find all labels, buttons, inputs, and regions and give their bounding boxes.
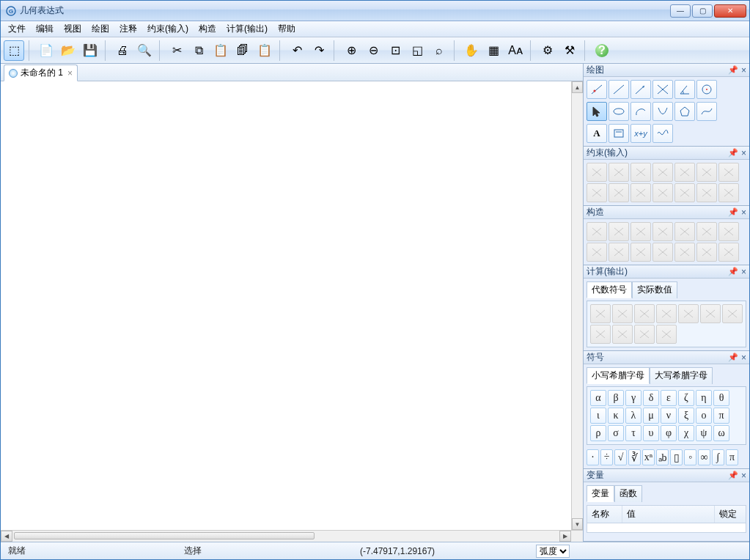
construct-tool-10[interactable] — [652, 243, 673, 262]
copy-image[interactable]: 🗐 — [232, 40, 253, 61]
cut[interactable]: ✂ — [166, 40, 187, 61]
construct-tool-8[interactable] — [609, 243, 629, 262]
symbol-λ[interactable]: λ — [625, 408, 641, 424]
panel-constraint-header[interactable]: 约束(输入) 📌 × — [584, 147, 749, 160]
tab-upper-greek[interactable]: 大写希腊字母 — [650, 367, 713, 384]
menu-约束(输入)[interactable]: 约束(输入) — [143, 21, 193, 37]
symbol-φ[interactable]: φ — [661, 425, 677, 441]
vscroll-track[interactable] — [572, 93, 583, 518]
zoom-region[interactable]: ⊡ — [385, 40, 405, 61]
symbol-ζ[interactable]: ζ — [678, 390, 694, 406]
op-√[interactable]: √ — [614, 449, 627, 465]
construct-tool-7[interactable] — [587, 243, 607, 262]
panel-close-icon[interactable]: × — [741, 148, 746, 158]
menu-计算(输出)[interactable]: 计算(输出) — [222, 21, 272, 37]
draw-ellipse-tool[interactable] — [609, 102, 629, 121]
constraint-tool-12[interactable] — [696, 183, 717, 202]
hscroll-thumb[interactable] — [14, 532, 315, 539]
compute-tool-1[interactable] — [612, 304, 633, 323]
panel-close-icon[interactable]: × — [741, 267, 746, 277]
construct-tool-3[interactable] — [652, 222, 673, 241]
construct-tool-2[interactable] — [630, 222, 651, 241]
symbol-ν[interactable]: ν — [661, 408, 677, 424]
symbol-η[interactable]: η — [696, 390, 712, 406]
compute-tool-3[interactable] — [656, 304, 677, 323]
construct-tool-11[interactable] — [674, 243, 695, 262]
tab-lower-greek[interactable]: 小写希腊字母 — [587, 367, 650, 384]
symbol-ε[interactable]: ε — [661, 390, 677, 406]
save-file[interactable]: 💾 — [80, 40, 100, 61]
close-button[interactable]: ✕ — [714, 4, 746, 18]
construct-tool-4[interactable] — [674, 222, 695, 241]
draw-arc-tool[interactable] — [630, 102, 651, 121]
tab-variables[interactable]: 变量 — [587, 485, 614, 502]
op-ₐb[interactable]: ₐb — [656, 449, 669, 465]
settings[interactable]: ⚙ — [537, 40, 558, 61]
zoom-actual[interactable]: ⌕ — [429, 40, 449, 61]
draw-circle-tool[interactable] — [696, 80, 717, 99]
vertical-scrollbar[interactable]: ▲ ▼ — [571, 81, 583, 530]
undo[interactable]: ↶ — [287, 40, 307, 61]
pin-icon[interactable]: 📌 — [728, 148, 738, 158]
op-∫[interactable]: ∫ — [712, 449, 724, 465]
panel-draw-header[interactable]: 绘图 📌 × — [584, 64, 749, 77]
scroll-up-icon[interactable]: ▲ — [572, 81, 583, 93]
compute-tool-6[interactable] — [722, 304, 743, 323]
draw-polygon-tool[interactable] — [674, 102, 695, 121]
panel-close-icon[interactable]: × — [741, 207, 746, 218]
compute-tool-2[interactable] — [634, 304, 655, 323]
constraint-tool-3[interactable] — [652, 163, 673, 182]
print-preview[interactable]: 🔍 — [134, 40, 155, 61]
op-∞[interactable]: ∞ — [698, 449, 710, 465]
symbol-ι[interactable]: ι — [590, 408, 606, 424]
constraint-tool-13[interactable] — [718, 183, 739, 202]
pin-icon[interactable]: 📌 — [728, 207, 738, 217]
constraint-tool-5[interactable] — [696, 163, 717, 182]
symbol-β[interactable]: β — [608, 390, 624, 406]
construct-tool-5[interactable] — [696, 222, 717, 241]
panel-variables-header[interactable]: 变量 📌 × — [584, 469, 749, 482]
select-tool[interactable]: ⬚ — [4, 40, 24, 61]
constraint-tool-2[interactable] — [630, 163, 651, 182]
menu-编辑[interactable]: 编辑 — [32, 21, 58, 37]
angle-mode-select[interactable]: 弧度度 — [536, 545, 570, 558]
expression-tool[interactable]: x+y — [630, 124, 651, 143]
symbol-γ[interactable]: γ — [625, 390, 641, 406]
draw-curve-tool[interactable] — [696, 102, 717, 121]
menu-构造[interactable]: 构造 — [194, 21, 221, 37]
symbol-υ[interactable]: υ — [643, 425, 659, 441]
constraint-tool-6[interactable] — [718, 163, 739, 182]
tab-close-icon[interactable]: × — [66, 68, 74, 78]
annotation-tool[interactable] — [609, 124, 629, 143]
redo[interactable]: ↷ — [309, 40, 329, 61]
panel-construct-header[interactable]: 构造 📌 × — [584, 206, 749, 219]
menu-帮助[interactable]: 帮助 — [273, 21, 300, 37]
construct-tool-13[interactable] — [718, 243, 739, 262]
help[interactable]: ? — [592, 40, 612, 61]
menu-绘图[interactable]: 绘图 — [87, 21, 114, 37]
scroll-down-icon[interactable]: ▼ — [572, 518, 583, 530]
draw-angle-tool[interactable] — [674, 80, 695, 99]
op-◦[interactable]: ◦ — [684, 449, 696, 465]
constraint-tool-7[interactable] — [587, 183, 607, 202]
construct-tool-1[interactable] — [609, 222, 629, 241]
minimize-button[interactable]: — — [670, 4, 691, 18]
panel-close-icon[interactable]: × — [741, 65, 746, 75]
compute-tool-9[interactable] — [634, 325, 655, 344]
draw-vector-tool[interactable] — [630, 80, 651, 99]
copy[interactable]: ⧉ — [188, 40, 209, 61]
params[interactable]: ⚒ — [559, 40, 580, 61]
construct-tool-0[interactable] — [587, 222, 607, 241]
zoom-in[interactable]: ⊕ — [341, 40, 361, 61]
menu-注释[interactable]: 注释 — [115, 21, 141, 37]
paste[interactable]: 📋 — [210, 40, 231, 61]
zoom-fit[interactable]: ◱ — [407, 40, 427, 61]
panel-compute-header[interactable]: 计算(输出) 📌 × — [584, 265, 749, 279]
op-xⁿ[interactable]: xⁿ — [642, 449, 655, 465]
op-·[interactable]: · — [587, 449, 599, 465]
symbol-σ[interactable]: σ — [608, 425, 624, 441]
tab-numeric[interactable]: 实际数值 — [632, 281, 677, 298]
drawing-canvas[interactable] — [1, 81, 571, 530]
constraint-tool-11[interactable] — [674, 183, 695, 202]
op-▯[interactable]: ▯ — [670, 449, 683, 465]
